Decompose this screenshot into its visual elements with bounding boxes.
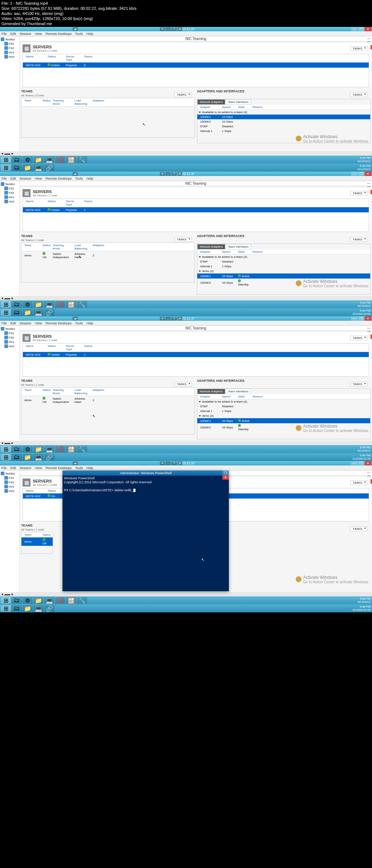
taskbar-app[interactable]: 📁: [23, 164, 33, 171]
adapter-row[interactable]: 10GbE2 10 Gbps: [197, 119, 370, 124]
connection-tree[interactable]: TechEd FS1 FS2 HV1 HV2: [0, 36, 20, 151]
rewind-icon[interactable]: ⏮: [73, 27, 78, 31]
menu-remote[interactable]: Remote Desktops: [45, 32, 72, 36]
start-button[interactable]: ⊞: [1, 164, 11, 171]
server-row[interactable]: MSTE-HV2OnlinePhysical1: [23, 352, 369, 357]
minimize-button[interactable]: —: [222, 467, 229, 471]
adapter-row[interactable]: Internal 11 Gbps: [197, 264, 370, 269]
powershell-window[interactable]: Administrator: Windows PowerShell —❐✕ Wi…: [62, 471, 229, 591]
rdp-titlebar[interactable]: ⏮ 10.23.11.37 ⊟—❐✕ —❐✕: [0, 316, 372, 321]
remote-taskbar[interactable]: ⊞ 🗂 ⚙ 📁 💻 🚫 🪟 🔧 5:43 PM6/12/2012: [0, 156, 372, 164]
adapter-row[interactable]: 10GbE110 GbpsActive: [197, 273, 370, 279]
adapter-group-demo[interactable]: demo (2): [197, 269, 370, 273]
close-button[interactable]: ✕: [222, 475, 229, 480]
adapter-row[interactable]: DTAP Disabled: [197, 124, 370, 129]
scrollbar[interactable]: ◄ ▬▬ ►: [0, 151, 372, 156]
maximize-button[interactable]: ❐: [358, 27, 364, 31]
app-menubar[interactable]: File Edit Session View Remote Desktops T…: [0, 31, 372, 36]
restore-icon[interactable]: ❐: [171, 27, 177, 31]
maximize-button[interactable]: ❐: [358, 172, 364, 176]
app-menubar[interactable]: FileEditSessionViewRemote DesktopsToolsH…: [0, 176, 372, 181]
menu-file[interactable]: File: [1, 32, 7, 36]
adapter-group-available[interactable]: Available to be added to a team (2): [197, 255, 370, 259]
tree-root[interactable]: TechEd: [1, 37, 19, 41]
team-row[interactable]: demo OK Switch Independent Address Hash …: [21, 251, 194, 260]
taskbar-app[interactable]: 🔗: [44, 164, 54, 171]
adapter-row[interactable]: Internal 1 1 Gbps: [197, 129, 370, 133]
tree-node-hv2[interactable]: HV2: [1, 55, 19, 59]
tab-team-interfaces[interactable]: Team Interfaces: [225, 244, 251, 249]
tasks-dropdown[interactable]: TASKS: [350, 527, 368, 531]
local-taskbar[interactable]: ⊞ 🗂 📁 💻 🔗 5:43 PM6/12/2012: [0, 164, 372, 172]
app-menubar[interactable]: FileEditSessionViewRemote DesktopsToolsH…: [0, 465, 372, 471]
taskbar-app[interactable]: 💻: [33, 164, 44, 171]
powershell-terminal[interactable]: Windows PowerShell Copyright (C) 2012 Mi…: [62, 476, 229, 591]
close-icon[interactable]: ✕: [177, 27, 182, 31]
minimize-icon[interactable]: —: [166, 27, 171, 31]
tasks-dropdown[interactable]: TASKS: [174, 382, 192, 387]
powershell-titlebar[interactable]: Administrator: Windows PowerShell —❐✕: [62, 471, 229, 476]
rdp-titlebar[interactable]: ⏮ 10.23.11.37 ⊟—❐✕ —❐✕: [0, 461, 372, 465]
remote-taskbar[interactable]: ⊞🗂⚙📁💻🚫🪟🔧 5:46 PM6/12/2012: [0, 596, 372, 604]
taskbar-app[interactable]: ⚙: [23, 156, 33, 163]
tasks-dropdown[interactable]: TASKS: [350, 382, 368, 387]
tree-node-hv1[interactable]: HV1: [1, 50, 19, 55]
rdp-titlebar[interactable]: ⏮ 10.23.11.37 ⊟ — ❐ ✕ — ❐ ✕: [0, 172, 372, 176]
adapter-row[interactable]: 10GbE210 GbpsStandby: [197, 279, 370, 287]
remote-taskbar[interactable]: ⊞🗂⚙📁💻🚫🪟🔧 5:44 PM6/12/2012: [0, 300, 372, 308]
taskbar-app[interactable]: 💻: [44, 156, 54, 163]
scrollbar[interactable]: ◄ ▬▬ ►: [0, 296, 372, 300]
tasks-dropdown[interactable]: TASKS: [350, 336, 368, 340]
close-button[interactable]: ✕: [365, 27, 371, 31]
server-row[interactable]: MSTE-HV2 Online Physical 0: [23, 63, 369, 68]
menu-help[interactable]: Help: [86, 32, 93, 36]
minimize-button[interactable]: —: [351, 172, 357, 176]
tasks-dropdown[interactable]: TASKS: [350, 46, 368, 51]
menu-view[interactable]: View: [35, 32, 42, 36]
teams-grid-header[interactable]: Team Status Teaming Mode Load Balancing …: [21, 98, 194, 107]
tree-node-fs2[interactable]: FS2: [1, 46, 19, 50]
taskbar-app[interactable]: 🗂: [12, 156, 22, 163]
adapter-row[interactable]: 10GbE1 10 Gbps: [197, 115, 370, 119]
start-button[interactable]: ⊞: [1, 301, 11, 308]
adapter-group-available[interactable]: Available to be added to a team (4): [197, 110, 370, 115]
rdp-titlebar[interactable]: ⏮ 10.23.11.37 ⊟ — ❐ ✕ — ❐ ✕: [0, 27, 372, 31]
team-row[interactable]: demoOKSwitch IndependentAddress Hash2: [21, 396, 194, 404]
menu-session[interactable]: Session: [20, 32, 31, 36]
close-button[interactable]: ✕: [365, 172, 371, 176]
app-menubar[interactable]: FileEditSessionViewRemote DesktopsToolsH…: [0, 321, 372, 326]
tab-network-adapters[interactable]: Network Adapters: [197, 244, 225, 249]
adapter-row[interactable]: 10GbE110 GbpsActive: [197, 418, 370, 423]
tasks-dropdown[interactable]: TASKS: [350, 237, 368, 242]
local-taskbar[interactable]: ⊞🗂📁💻🔗 5:44 PM6/12/00:01:26: [0, 453, 372, 461]
taskbar-app[interactable]: 📁: [33, 156, 44, 163]
connection-tree[interactable]: TechEd FS1 FS2 HV1 HV2: [0, 326, 20, 441]
tab-team-interfaces[interactable]: Team Interfaces: [225, 99, 251, 105]
minimize-button[interactable]: —: [351, 27, 357, 31]
connection-tree[interactable]: TechEd FS1 FS2 HV1 HV2: [0, 471, 20, 592]
rewind-icon[interactable]: ⏮: [73, 172, 78, 176]
taskbar-app[interactable]: 🪟: [66, 156, 76, 163]
tasks-dropdown[interactable]: TASKS: [174, 237, 192, 242]
taskbar-app[interactable]: 🔧: [77, 156, 87, 163]
server-row[interactable]: MSTE-HV2 Online Physical 1: [23, 207, 369, 212]
local-taskbar[interactable]: ⊞🗂📁💻🔗 5:46 PM6/12/00:01:58: [0, 604, 372, 612]
tasks-dropdown[interactable]: TASKS: [350, 480, 368, 485]
start-button[interactable]: ⊞: [1, 156, 11, 163]
taskbar-app[interactable]: 🚫: [55, 156, 65, 163]
minimize-icon[interactable]: —: [166, 172, 171, 176]
servers-grid-header[interactable]: Name Status Server Type Teams: [23, 54, 369, 63]
tree-node-fs1[interactable]: FS1: [1, 41, 19, 46]
tasks-dropdown[interactable]: TASKS: [174, 92, 192, 97]
minimize-button[interactable]: —: [365, 36, 372, 41]
menu-tools[interactable]: Tools: [75, 32, 83, 36]
local-taskbar[interactable]: ⊞🗂📁💻🔗 5:44 PM6/12/00:00:58: [0, 308, 372, 316]
menu-edit[interactable]: Edit: [11, 32, 16, 36]
close-icon[interactable]: ✕: [177, 172, 182, 176]
pin-icon[interactable]: ⊟: [160, 172, 165, 176]
pin-icon[interactable]: ⊟: [160, 27, 165, 31]
connection-tree[interactable]: TechEd FS1 FS2 HV1 HV2: [0, 181, 20, 296]
adapter-row[interactable]: DTAPDisabled: [197, 259, 370, 264]
start-button[interactable]: ⊞: [1, 309, 11, 316]
maximize-button[interactable]: ❐: [222, 471, 229, 475]
